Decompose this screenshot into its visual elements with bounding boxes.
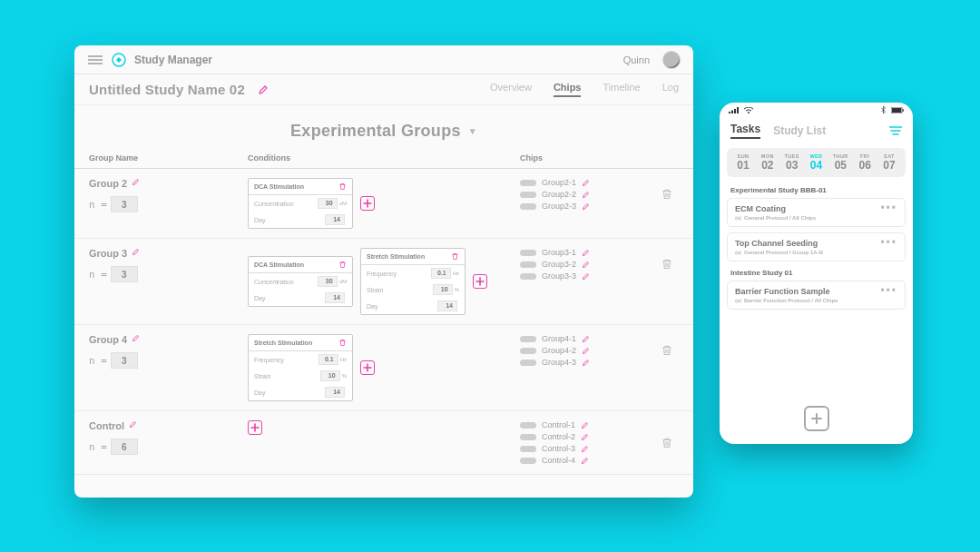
add-condition-button[interactable] bbox=[360, 360, 375, 375]
field-value[interactable]: 30 bbox=[318, 276, 338, 287]
edit-chip-icon[interactable] bbox=[581, 445, 589, 453]
edit-title-icon[interactable] bbox=[258, 84, 269, 95]
day-number: 05 bbox=[835, 159, 847, 172]
calendar-day[interactable]: TUES 03 bbox=[781, 153, 803, 172]
edit-chip-icon[interactable] bbox=[582, 249, 590, 257]
avatar[interactable] bbox=[662, 51, 681, 69]
field-unit: % bbox=[455, 287, 459, 292]
edit-group-icon[interactable] bbox=[129, 420, 140, 431]
edit-chip-icon[interactable] bbox=[582, 347, 590, 355]
task-menu-icon[interactable]: ••• bbox=[880, 204, 897, 212]
edit-chip-icon[interactable] bbox=[582, 261, 590, 269]
group-name: Control bbox=[89, 420, 124, 431]
delete-group-icon[interactable] bbox=[661, 188, 673, 201]
edit-group-icon[interactable] bbox=[132, 178, 142, 189]
groups-list: Group 2 n = 3DCA Stimulation Concentrati… bbox=[74, 169, 693, 475]
edit-chip-icon[interactable] bbox=[582, 335, 590, 343]
field-label: Concentration bbox=[254, 279, 294, 285]
calendar-day[interactable]: THUR 05 bbox=[829, 153, 851, 172]
add-task-button[interactable] bbox=[804, 406, 829, 431]
delete-condition-icon[interactable] bbox=[338, 261, 347, 269]
task-card[interactable]: Barrier Function Sample Barrier Function… bbox=[727, 281, 906, 310]
edit-group-icon[interactable] bbox=[132, 248, 142, 259]
condition-card: Stretch Stimulation Frequency 0.1 HzStra… bbox=[360, 248, 466, 315]
delete-condition-icon[interactable] bbox=[338, 339, 347, 347]
field-value[interactable]: 0.1 bbox=[318, 354, 338, 365]
task-menu-icon[interactable]: ••• bbox=[880, 239, 897, 246]
edit-chip-icon[interactable] bbox=[581, 433, 589, 441]
field-value[interactable]: 10 bbox=[320, 370, 340, 381]
mobile-tabs: Tasks Study List bbox=[720, 119, 913, 144]
group-row: Group 4 n = 3Stretch Stimulation Frequen… bbox=[74, 325, 693, 411]
tab-overview[interactable]: Overview bbox=[490, 82, 532, 97]
task-menu-icon[interactable]: ••• bbox=[880, 287, 897, 294]
n-label: n = bbox=[89, 199, 107, 211]
edit-chip-icon[interactable] bbox=[581, 457, 589, 465]
condition-card: DCA Stimulation Concentration 30 uMDay 1… bbox=[248, 256, 353, 307]
field-unit: uM bbox=[339, 279, 347, 284]
chip-row: Group2-1 bbox=[520, 178, 590, 187]
delete-condition-icon[interactable] bbox=[338, 182, 347, 191]
n-value[interactable]: 3 bbox=[111, 196, 138, 212]
tab-study-list[interactable]: Study List bbox=[773, 124, 826, 137]
field-value[interactable]: 14 bbox=[437, 301, 457, 311]
task-card[interactable]: ECM Coating General Protocol / All Chips… bbox=[727, 198, 906, 227]
day-number: 03 bbox=[786, 159, 798, 172]
calendar-day[interactable]: SAT 07 bbox=[878, 153, 900, 172]
add-condition-button[interactable] bbox=[248, 420, 262, 435]
field-label: Day bbox=[254, 389, 265, 396]
n-value[interactable]: 3 bbox=[111, 352, 138, 369]
field-unit: Hz bbox=[453, 271, 459, 276]
chip-name: Group3-2 bbox=[542, 260, 576, 269]
task-card[interactable]: Top Channel Seeding General Protocol / G… bbox=[727, 232, 906, 261]
field-value[interactable]: 14 bbox=[325, 214, 345, 225]
chip-row: Group4-1 bbox=[520, 334, 590, 343]
calendar-day[interactable]: SUN 01 bbox=[732, 153, 754, 172]
filter-icon[interactable] bbox=[889, 123, 902, 139]
chip-name: Control-4 bbox=[542, 456, 575, 465]
n-label: n = bbox=[89, 441, 107, 453]
chip-name: Control-2 bbox=[542, 432, 575, 441]
task-name: ECM Coating bbox=[735, 204, 816, 213]
page-title-dropdown[interactable]: Experimental Groups ▼ bbox=[74, 105, 693, 150]
field-value[interactable]: 30 bbox=[318, 198, 338, 209]
field-label: Concentration bbox=[254, 201, 294, 207]
delete-group-icon[interactable] bbox=[661, 344, 673, 357]
calendar-day[interactable]: WED 04 bbox=[805, 153, 827, 172]
edit-chip-icon[interactable] bbox=[582, 179, 590, 187]
n-value[interactable]: 3 bbox=[111, 266, 138, 282]
task-sections: Experimental Study BBB-01 ECM Coating Ge… bbox=[720, 184, 913, 315]
chip-slot-icon bbox=[520, 446, 536, 452]
edit-chip-icon[interactable] bbox=[581, 421, 589, 429]
delete-group-icon[interactable] bbox=[661, 437, 673, 449]
delete-condition-icon[interactable] bbox=[451, 252, 459, 261]
add-condition-button[interactable] bbox=[473, 274, 487, 289]
tab-log[interactable]: Log bbox=[662, 82, 679, 97]
edit-chip-icon[interactable] bbox=[582, 272, 590, 281]
tab-chips[interactable]: Chips bbox=[554, 82, 582, 97]
edit-chip-icon[interactable] bbox=[582, 359, 590, 367]
chip-row: Group3-2 bbox=[520, 260, 590, 269]
field-value[interactable]: 14 bbox=[325, 387, 345, 398]
calendar-day[interactable]: FRI 06 bbox=[854, 153, 876, 172]
chip-row: Group4-3 bbox=[520, 358, 590, 367]
tab-timeline[interactable]: Timeline bbox=[603, 82, 640, 97]
chip-slot-icon bbox=[520, 203, 536, 210]
chip-slot-icon bbox=[520, 273, 536, 280]
edit-chip-icon[interactable] bbox=[582, 191, 590, 199]
menu-icon[interactable] bbox=[87, 52, 103, 68]
calendar-day[interactable]: MON 02 bbox=[757, 153, 779, 172]
chip-name: Control-1 bbox=[542, 420, 575, 429]
field-value[interactable]: 0.1 bbox=[431, 268, 451, 279]
section-title: Experimental Study BBB-01 bbox=[720, 184, 913, 198]
edit-group-icon[interactable] bbox=[132, 334, 142, 345]
chip-slot-icon bbox=[520, 192, 536, 198]
edit-chip-icon[interactable] bbox=[582, 202, 590, 211]
n-value[interactable]: 6 bbox=[111, 439, 138, 455]
table-header: Group Name Conditions Chips bbox=[74, 150, 693, 169]
add-condition-button[interactable] bbox=[360, 196, 375, 211]
field-value[interactable]: 10 bbox=[433, 284, 453, 295]
tab-tasks[interactable]: Tasks bbox=[730, 123, 760, 139]
delete-group-icon[interactable] bbox=[661, 258, 673, 271]
field-value[interactable]: 14 bbox=[325, 292, 345, 303]
